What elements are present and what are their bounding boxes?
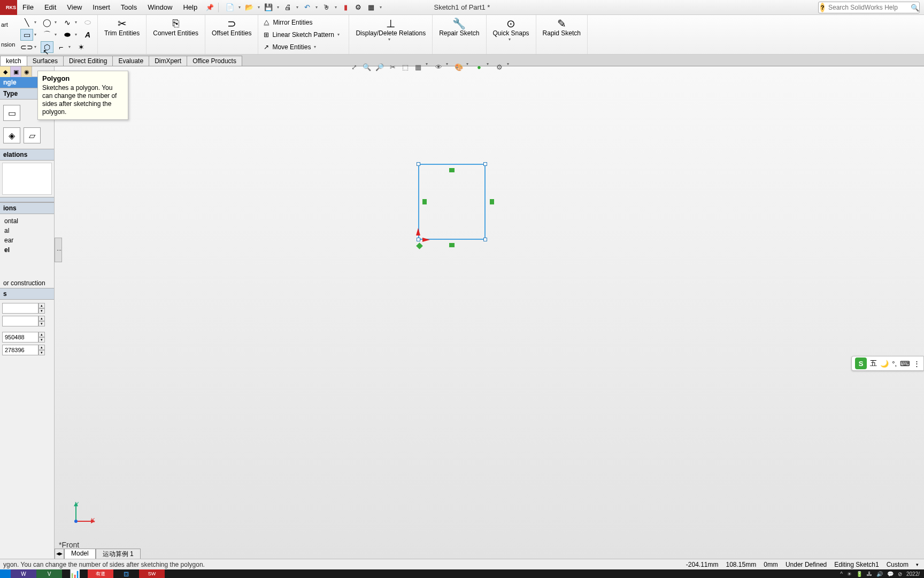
spline-dropdown[interactable]: ▾ bbox=[75, 20, 80, 25]
view-settings-button[interactable]: ⚙ bbox=[494, 62, 505, 72]
tray-battery-icon[interactable]: 🔋 bbox=[856, 571, 863, 577]
ruler-tab[interactable]: ⋮ bbox=[55, 238, 62, 262]
help-search-input[interactable] bbox=[826, 4, 911, 11]
param-input-3[interactable] bbox=[2, 332, 38, 343]
orientation-triad[interactable]: Y X bbox=[71, 500, 97, 527]
pattern-dropdown[interactable]: ▾ bbox=[337, 32, 343, 37]
constraint-vertical-left[interactable] bbox=[422, 199, 427, 204]
fillet-tool[interactable]: ⌐ bbox=[55, 41, 67, 53]
point-tool[interactable]: ✶ bbox=[75, 41, 88, 53]
spin-down-1[interactable]: ▾ bbox=[38, 308, 45, 314]
save-dropdown[interactable]: ▾ bbox=[275, 2, 281, 13]
model-tab[interactable]: Model bbox=[64, 549, 96, 559]
tab-dimxpert[interactable]: DimXpert bbox=[149, 56, 187, 66]
hide-show-dropdown[interactable]: ▾ bbox=[446, 62, 451, 72]
spin-up-4[interactable]: ▴ bbox=[38, 345, 45, 350]
option-construction[interactable]: or construction bbox=[0, 278, 54, 288]
taskbar-app-3[interactable]: 📊 bbox=[62, 569, 88, 578]
tray-clock[interactable]: 2022/ bbox=[906, 571, 920, 577]
options-button[interactable]: ⚙ bbox=[352, 2, 364, 13]
arc-tool[interactable]: ⌒ bbox=[41, 29, 53, 41]
constraint-horizontal-top[interactable] bbox=[449, 168, 455, 172]
move-entities-button[interactable]: ↗Move Entities▾ bbox=[260, 41, 346, 53]
prev-view-button[interactable]: 🔎 bbox=[374, 62, 385, 72]
ellipse-tool[interactable]: ⬭ bbox=[81, 17, 94, 28]
spin-down-4[interactable]: ▾ bbox=[38, 350, 45, 355]
status-custom[interactable]: Custom bbox=[887, 561, 908, 568]
open-dropdown[interactable]: ▾ bbox=[256, 2, 261, 13]
rebuild-button[interactable]: ▮ bbox=[340, 2, 351, 13]
ime-toolbar[interactable]: S 五 🌙 °, ⌨ ⋮ bbox=[851, 356, 924, 371]
tray-action-icon[interactable]: ⊘ bbox=[898, 571, 902, 577]
tray-chevron-icon[interactable]: ^ bbox=[840, 571, 843, 577]
taskbar-app-4[interactable]: 有道 bbox=[88, 569, 113, 578]
circle-dropdown[interactable]: ▾ bbox=[55, 20, 60, 25]
pin-icon[interactable]: 📌 bbox=[203, 4, 217, 11]
rectangle-tool[interactable]: ▭ bbox=[20, 29, 33, 41]
zoom-area-button[interactable]: 🔍 bbox=[361, 62, 372, 72]
taskbar-app-1[interactable]: W bbox=[11, 569, 36, 578]
appearance-dropdown[interactable]: ▾ bbox=[466, 62, 472, 72]
line-tool[interactable]: ╲ bbox=[20, 17, 33, 28]
snaps-dropdown[interactable]: ▾ bbox=[509, 37, 514, 42]
panel-tab-config[interactable]: ◉ bbox=[21, 66, 32, 77]
polygon-tool[interactable]: ⬡ bbox=[41, 41, 53, 53]
convert-entities-button[interactable]: ⎘ Convert Entities bbox=[149, 16, 203, 38]
option-near[interactable]: ear bbox=[2, 235, 52, 245]
rapid-sketch-button[interactable]: ✎ Rapid Sketch bbox=[538, 16, 585, 38]
handle-bl[interactable] bbox=[417, 238, 420, 241]
customize-dropdown[interactable]: ▾ bbox=[378, 2, 383, 13]
scene-dropdown[interactable]: ▾ bbox=[487, 62, 492, 72]
sl2-dropdown[interactable]: ▾ bbox=[34, 44, 40, 49]
new-button[interactable]: 📄 bbox=[224, 2, 236, 13]
quick-snaps-button[interactable]: ⊙ Quick Snaps ▾ bbox=[489, 16, 534, 43]
tab-office-products[interactable]: Office Products bbox=[187, 56, 242, 66]
repair-sketch-button[interactable]: 🔧 Repair Sketch bbox=[435, 16, 483, 38]
tray-weather-icon[interactable]: ☀ bbox=[847, 571, 852, 577]
spin-up-2[interactable]: ▴ bbox=[38, 316, 45, 321]
zoom-fit-button[interactable]: ⤢ bbox=[349, 62, 359, 72]
rect-type-center[interactable]: ◈ bbox=[3, 127, 20, 143]
select-button[interactable]: 🖰 bbox=[320, 2, 332, 13]
undo-button[interactable]: ↶ bbox=[301, 2, 313, 13]
slot-tool[interactable]: ⬬ bbox=[61, 29, 74, 41]
help-search[interactable]: ? 🔍 bbox=[818, 2, 920, 13]
handle-tl[interactable] bbox=[417, 162, 420, 166]
relations-dropdown[interactable]: ▾ bbox=[388, 37, 394, 42]
display-delete-relations-button[interactable]: ⊥ Display/Delete Relations ▾ bbox=[351, 16, 430, 43]
select-dropdown[interactable]: ▾ bbox=[333, 2, 338, 13]
new-dropdown[interactable]: ▾ bbox=[237, 2, 242, 13]
tab-direct-editing[interactable]: Direct Editing bbox=[63, 56, 113, 66]
search-icon[interactable]: 🔍 bbox=[911, 4, 919, 12]
panel-tab-feature[interactable]: ◆ bbox=[0, 66, 11, 77]
rectangle-dropdown[interactable]: ▾ bbox=[34, 32, 40, 37]
menu-help[interactable]: Help bbox=[178, 0, 203, 15]
menu-file[interactable]: File bbox=[17, 0, 39, 15]
taskbar-app-2[interactable]: V bbox=[36, 569, 62, 578]
view-orientation-button[interactable]: ⬚ bbox=[400, 62, 411, 72]
arrow-tab[interactable]: ◂▸ bbox=[55, 549, 64, 559]
constraint-horizontal-bottom[interactable] bbox=[449, 243, 455, 247]
param-input-4[interactable] bbox=[2, 345, 38, 355]
display-style-button[interactable]: ▦ bbox=[413, 62, 424, 72]
ime-keyboard-icon[interactable]: ⌨ bbox=[900, 360, 910, 368]
panel-tab-property[interactable]: ▣ bbox=[11, 66, 21, 77]
spin-down-3[interactable]: ▾ bbox=[38, 337, 45, 343]
spin-up-3[interactable]: ▴ bbox=[38, 332, 45, 337]
move-dropdown[interactable]: ▾ bbox=[314, 44, 319, 49]
option-horizontal[interactable]: ontal bbox=[2, 216, 52, 226]
section-parameters[interactable]: s bbox=[0, 288, 54, 300]
arc-dropdown[interactable]: ▾ bbox=[55, 32, 60, 37]
hide-show-button[interactable]: 👁 bbox=[433, 62, 444, 72]
print-dropdown[interactable]: ▾ bbox=[295, 2, 300, 13]
handle-tr[interactable] bbox=[483, 162, 487, 166]
open-button[interactable]: 📂 bbox=[243, 2, 255, 13]
mirror-entities-button[interactable]: ⧋Mirror Entities bbox=[260, 16, 346, 28]
menu-view[interactable]: View bbox=[61, 0, 87, 15]
section-relations[interactable]: elations bbox=[0, 149, 54, 161]
customize-button[interactable]: ▦ bbox=[365, 2, 377, 13]
save-button[interactable]: 💾 bbox=[263, 2, 274, 13]
offset-entities-button[interactable]: ⊃ Offset Entities bbox=[207, 16, 256, 38]
ime-moon-icon[interactable]: 🌙 bbox=[880, 360, 889, 368]
spin-down-2[interactable]: ▾ bbox=[38, 321, 45, 326]
